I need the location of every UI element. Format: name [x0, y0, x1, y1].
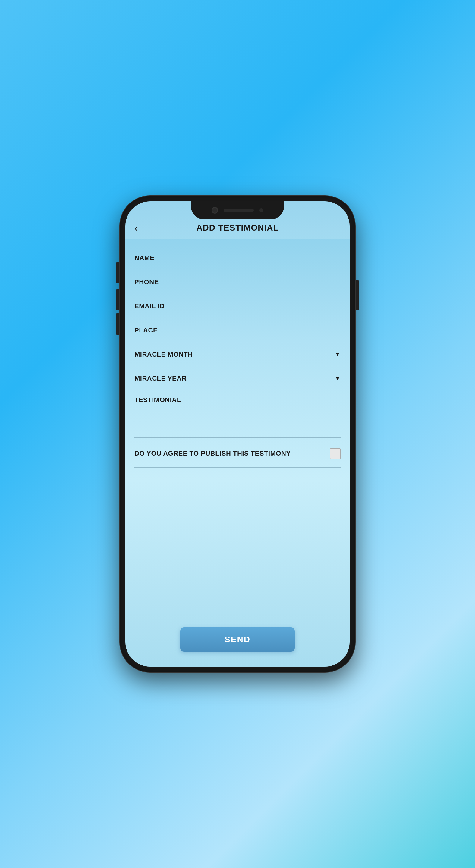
name-input[interactable]: [134, 254, 341, 262]
back-button[interactable]: ‹: [134, 222, 138, 234]
app-content: ‹ ADD TESTIMONIAL: [125, 201, 350, 667]
publish-agree-checkbox[interactable]: [330, 448, 341, 459]
email-input[interactable]: [134, 302, 341, 310]
agree-field: DO YOU AGREE TO PUBLISH THIS TESTIMONY: [134, 438, 341, 468]
email-field: [134, 293, 341, 317]
miracle-year-field[interactable]: MIRACLE YEAR ▼: [134, 365, 341, 390]
testimonial-field: TESTIMONIAL: [134, 390, 341, 438]
form-container: MIRACLE MONTH ▼ MIRACLE YEAR ▼ TESTIMONI…: [125, 239, 350, 618]
phone-frame: ‹ ADD TESTIMONIAL: [120, 196, 355, 672]
notch: [191, 201, 284, 219]
agree-label: DO YOU AGREE TO PUBLISH THIS TESTIMONY: [134, 449, 325, 458]
chevron-down-icon: ▼: [335, 351, 341, 358]
testimonial-label: TESTIMONIAL: [134, 396, 341, 404]
front-camera: [212, 207, 218, 214]
name-field: [134, 245, 341, 269]
sensor: [259, 208, 263, 213]
page-title: ADD TESTIMONIAL: [134, 223, 341, 233]
place-input[interactable]: [134, 327, 341, 334]
send-btn-container: SEND: [125, 618, 350, 667]
speaker: [224, 209, 254, 212]
miracle-month-label: MIRACLE MONTH: [134, 350, 331, 358]
send-button[interactable]: SEND: [180, 627, 295, 652]
miracle-month-field[interactable]: MIRACLE MONTH ▼: [134, 341, 341, 365]
miracle-year-label: MIRACLE YEAR: [134, 375, 331, 382]
phone-screen: ‹ ADD TESTIMONIAL: [125, 201, 350, 667]
place-field: [134, 317, 341, 341]
phone-field: [134, 269, 341, 293]
chevron-down-icon-year: ▼: [335, 375, 341, 382]
phone-input[interactable]: [134, 278, 341, 286]
